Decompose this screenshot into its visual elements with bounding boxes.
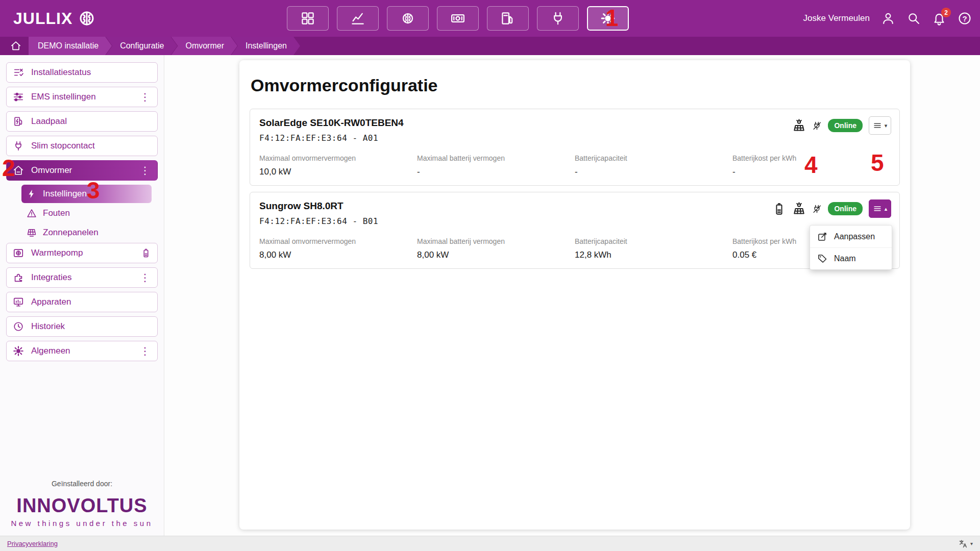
jullix-logo[interactable]: JULLIX (13, 0, 97, 37)
menu-item-label: Aanpassen (834, 232, 875, 241)
field-value: - (417, 167, 570, 177)
installed-by-label: Geïnstalleerd door: (0, 480, 164, 488)
solar-panel-icon (27, 228, 37, 238)
heat-pump-icon (13, 247, 24, 259)
language-selector[interactable]: ▾ (959, 539, 973, 548)
device-menu-button-open[interactable]: ▴ (869, 199, 891, 218)
field-label: Maximaal batterij vermogen (417, 154, 570, 162)
warning-triangle-icon (27, 208, 37, 218)
brain-chip-logo-icon (77, 8, 97, 29)
field-value: 8,00 kW (417, 250, 570, 260)
sidebar-item-label: Fouten (43, 208, 70, 218)
kebab-menu-icon[interactable]: ⋮ (139, 165, 151, 176)
nav-plug-button[interactable] (537, 6, 579, 31)
sidebar-item-label: Laadpaal (31, 116, 67, 127)
nav-dashboard-button[interactable] (287, 6, 329, 31)
field-label: Batterijcapaciteit (575, 154, 727, 162)
menu-item-naam[interactable]: Naam (810, 247, 892, 269)
sidebar-item-installatiestatus[interactable]: Installatiestatus (6, 62, 158, 83)
sidebar-item-laadpaal[interactable]: Laadpaal (6, 111, 158, 132)
brand-name: JULLIX (13, 9, 72, 28)
device-status-icons: Online ▴ (772, 199, 891, 218)
tag-icon (817, 254, 827, 264)
notifications-bell-icon[interactable]: 2 (932, 11, 946, 26)
bolt-icon (27, 189, 37, 199)
sidebar-item-label: Warmtepomp (31, 248, 83, 258)
dashboard-grid-icon (300, 11, 315, 26)
nav-charging-button[interactable] (487, 6, 529, 31)
help-question-mark: ? (958, 11, 972, 26)
sidebar-item-label: Historiek (31, 321, 65, 332)
sidebar-item-label: Omvormer (31, 165, 72, 176)
sidebar-item-omvormer[interactable]: Omvormer ⋮ (6, 160, 158, 181)
translate-icon (959, 539, 968, 548)
header-user-area: Joske Vermeulen 2 ? (803, 0, 972, 37)
kebab-menu-icon[interactable]: ⋮ (139, 346, 151, 356)
content-card: Omvormerconfiguratie SolarEdge SE10K-RW0… (239, 60, 910, 530)
nav-charts-button[interactable] (337, 6, 379, 31)
nav-finance-button[interactable] (437, 6, 479, 31)
annotation-1: 1 (605, 6, 619, 30)
breadcrumb-omvormer[interactable]: Omvormer (171, 37, 237, 55)
sidebar-subitem-zonnepanelen[interactable]: Zonnepanelen (21, 223, 152, 242)
menu-item-aanpassen[interactable]: Aanpassen (810, 226, 892, 247)
sidebar-item-label: Zonnepanelen (43, 228, 99, 238)
sidebar-item-label: Algemeen (31, 346, 70, 356)
brain-icon (400, 11, 415, 26)
annotation-3: 3 (87, 179, 100, 202)
online-status-badge: Online (828, 119, 863, 132)
annotation-5: 5 (871, 151, 884, 174)
battery-status-icon (141, 248, 151, 258)
user-profile-icon[interactable] (881, 11, 895, 26)
caret-down-icon: ▾ (970, 541, 973, 546)
plug-icon (550, 11, 566, 26)
breadcrumb-installation[interactable]: DEMO installatie (29, 37, 112, 55)
sidebar-item-integraties[interactable]: Integraties ⋮ (6, 267, 158, 288)
devices-monitor-icon (13, 296, 24, 308)
device-card-solaredge: SolarEdge SE10K-RW0TEBEN4 F4:12:FA:EF:E3… (250, 109, 900, 186)
sidebar-item-apparaten[interactable]: Apparaten (6, 292, 158, 312)
nav-ems-button[interactable] (387, 6, 429, 31)
device-fields: Maximaal omvormervermogen 8,00 kW Maxima… (259, 237, 890, 260)
home-icon[interactable] (10, 40, 21, 52)
kebab-menu-icon[interactable]: ⋮ (139, 272, 151, 283)
breadcrumb: DEMO installatie Configuratie Omvormer I… (0, 37, 980, 55)
sidebar-item-slim-stopcontact[interactable]: Slim stopcontact (6, 136, 158, 156)
sidebar-list: Installatiestatus EMS instellingen ⋮ Laa… (0, 55, 164, 361)
field-value: 10,0 kW (259, 167, 412, 177)
user-name: Joske Vermeulen (803, 13, 870, 23)
device-fields: Maximaal omvormervermogen 10,0 kW Maxima… (259, 154, 890, 177)
gear-icon (13, 345, 24, 357)
field-value: 12,8 kWh (575, 250, 727, 260)
line-chart-icon (350, 11, 365, 26)
installer-logo: INNOVOLTUS (0, 495, 164, 517)
field-label: Maximaal omvormervermogen (259, 154, 412, 162)
sidebar-item-label: Instellingen (43, 189, 87, 199)
sidebar-item-label: EMS instellingen (31, 92, 96, 102)
sidebar-item-label: Installatiestatus (31, 67, 91, 78)
device-menu-button[interactable]: ▾ (869, 116, 891, 135)
footer: Privacyverklaring ▾ (0, 536, 980, 551)
sidebar-item-warmtepomp[interactable]: Warmtepomp (6, 243, 158, 263)
sidebar-subitem-fouten[interactable]: Fouten (21, 204, 152, 222)
sidebar-item-ems-instellingen[interactable]: EMS instellingen ⋮ (6, 87, 158, 107)
caret-up-icon: ▴ (885, 206, 888, 212)
search-icon[interactable] (906, 11, 921, 26)
solar-panel-sun-icon (792, 202, 806, 216)
online-status-badge: Online (828, 202, 863, 215)
checklist-icon (13, 67, 24, 78)
help-icon[interactable]: ? (958, 11, 972, 26)
smart-plug-icon (13, 140, 24, 152)
sidebar-item-label: Slim stopcontact (31, 141, 95, 151)
sidebar-item-algemeen[interactable]: Algemeen ⋮ (6, 341, 158, 361)
breadcrumb-configuratie[interactable]: Configuratie (106, 37, 177, 55)
installer-block: Geïnstalleerd door: INNOVOLTUS New thing… (0, 480, 164, 528)
annotation-4: 4 (804, 153, 818, 177)
breadcrumb-instellingen[interactable]: Instellingen (231, 37, 300, 55)
banknote-icon (450, 11, 465, 26)
privacy-link[interactable]: Privacyverklaring (7, 540, 58, 547)
field-value: - (575, 167, 727, 177)
kebab-menu-icon[interactable]: ⋮ (139, 92, 151, 102)
main-area: Omvormerconfiguratie SolarEdge SE10K-RW0… (165, 55, 980, 536)
sidebar-item-historiek[interactable]: Historiek (6, 316, 158, 337)
